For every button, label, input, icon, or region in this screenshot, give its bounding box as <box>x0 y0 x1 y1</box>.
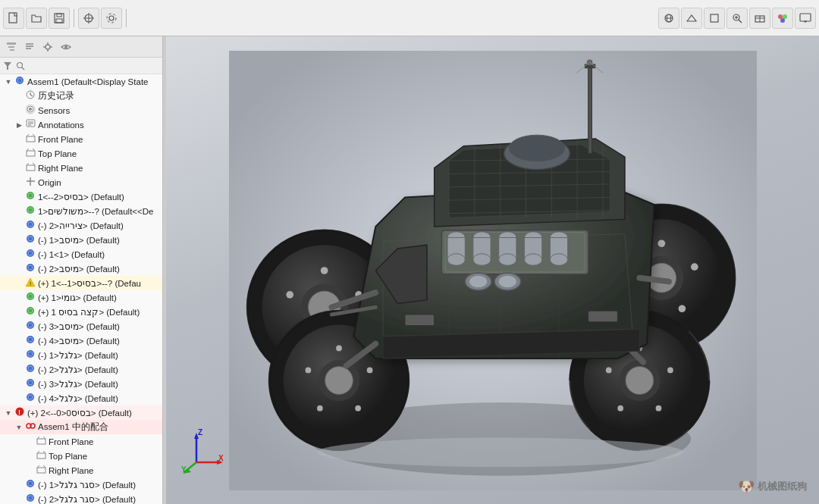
svg-point-22 <box>780 18 785 23</box>
tree-item[interactable]: (-) 4>גלגל> (Default) <box>0 391 162 405</box>
tree-item[interactable]: !(+) 1<--1>בסיס>--? (Defau <box>0 276 162 290</box>
tree-item[interactable]: (-) 2>סגר גלגל> (Default) <box>0 492 162 504</box>
tree-node-label: Top Plane <box>38 149 162 158</box>
tree-item[interactable]: Origin <box>0 175 162 189</box>
toolbar-open-btn[interactable] <box>26 8 47 29</box>
tree-node-icon <box>24 292 36 304</box>
tree-expand-icon[interactable]: ▶ <box>14 121 24 129</box>
toolbar-display-btn[interactable] <box>795 8 816 29</box>
tree-node-label: Right Plane <box>49 466 162 475</box>
tree-node-icon <box>24 263 36 275</box>
tree-node-label: (-) 4>מיסב> (Default) <box>38 336 162 346</box>
tree-filter-row <box>0 58 162 74</box>
toolbar-settings-btn[interactable] <box>101 8 122 29</box>
svg-point-134 <box>305 367 311 373</box>
tree-node-label: (-) 2>סגר גלגל> (Default) <box>38 494 162 505</box>
tree-item[interactable]: Front Plane <box>0 434 162 449</box>
tree-item[interactable]: Top Plane <box>0 449 162 463</box>
tree-expand-icon[interactable]: ▼ <box>14 424 24 431</box>
tree-node-icon <box>24 234 36 246</box>
tree-node-label: (-) 2>צירייה> (Default) <box>38 221 162 231</box>
panel-icon-properties[interactable] <box>21 39 38 55</box>
toolbar-color-btn[interactable] <box>772 8 793 29</box>
toolbar-view-btn-4[interactable] <box>749 8 770 29</box>
watermark-text: 机械图纸狗 <box>758 480 807 493</box>
svg-text:X: X <box>218 454 224 462</box>
tree-item[interactable]: (-) 1>גלגל> (Default) <box>0 348 162 362</box>
panel-icon-featuretree[interactable] <box>3 39 20 55</box>
tree-node-icon <box>24 90 36 102</box>
tree-item[interactable]: (-) 4>מיסב> (Default) <box>0 333 162 348</box>
tree-node-label: (+) 2<--0>בסיס0> (Default) <box>27 408 162 418</box>
toolbar-view-btn-3[interactable] <box>704 8 725 29</box>
toolbar-view-btn-2[interactable] <box>681 8 702 29</box>
svg-point-180 <box>524 253 541 265</box>
tree-item[interactable]: ▼Assem1 (Default<Display State <box>0 74 162 89</box>
tree-item[interactable]: (+) קצה בסיס 1> (Default) <box>0 305 162 319</box>
tree-item[interactable]: (-) 1<1> (Default) <box>0 247 162 261</box>
svg-rect-2 <box>57 14 61 17</box>
svg-point-21 <box>783 14 787 19</box>
svg-rect-53 <box>27 136 35 142</box>
toolbar-new-btn[interactable] <box>3 8 24 29</box>
tree-item[interactable]: Right Plane <box>0 463 162 477</box>
toolbar-view-btn-1[interactable] <box>658 8 679 29</box>
svg-rect-26 <box>7 42 16 45</box>
panel-icon-display[interactable] <box>58 39 74 55</box>
svg-point-32 <box>46 45 50 49</box>
tree-node-label: (+) גומי<1> (Default) <box>38 293 162 303</box>
panel-icon-config[interactable] <box>39 39 56 55</box>
toolbar-crosshair-btn[interactable] <box>78 8 99 29</box>
svg-rect-23 <box>800 14 811 21</box>
svg-line-14 <box>739 20 742 23</box>
tree-item[interactable]: (-) 1>מיסב> (Default) <box>0 233 162 247</box>
toolbar-save-btn[interactable] <box>49 8 70 29</box>
main-area: ▼Assem1 (Default<Display State 历史记录 Sens… <box>0 36 819 504</box>
tree-item[interactable]: (-) 2>מיסב> (Default) <box>0 261 162 276</box>
tree-item[interactable]: (-) 3>מיסב> (Default) <box>0 319 162 333</box>
svg-point-131 <box>366 367 372 373</box>
feature-tree[interactable]: ▼Assem1 (Default<Display State 历史记录 Sens… <box>0 74 162 504</box>
tree-node-icon <box>24 378 36 390</box>
tree-node-label: Front Plane <box>38 135 162 144</box>
tree-item[interactable]: 1<--2>בסיס> (Default) <box>0 189 162 204</box>
svg-point-192 <box>469 275 487 286</box>
tree-node-icon <box>24 105 36 117</box>
svg-rect-56 <box>27 151 35 156</box>
tree-node-label: Annotations <box>38 121 162 130</box>
tree-item[interactable]: 历史记录 <box>0 89 162 103</box>
svg-point-150 <box>655 405 661 411</box>
svg-line-45 <box>30 95 33 96</box>
tree-item[interactable]: (+) גומי<1> (Default) <box>0 290 162 305</box>
svg-rect-201 <box>588 311 617 322</box>
tree-item[interactable]: 1>משולשים>--? (Default<<De <box>0 204 162 218</box>
tree-node-label: 1<--2>בסיס> (Default) <box>38 192 162 202</box>
tree-node-label: Assem1 中的配合 <box>38 421 162 433</box>
tree-node-label: 历史记录 <box>38 90 162 102</box>
tree-node-label: (-) 2>גלגל> (Default) <box>38 365 162 375</box>
tree-item[interactable]: (-) 3>גלגל> (Default) <box>0 377 162 391</box>
tree-node-label: (-) 2>מיסב> (Default) <box>38 264 162 274</box>
tree-node-icon <box>24 321 36 333</box>
tree-item[interactable]: (-) 2>גלגל> (Default) <box>0 362 162 377</box>
svg-rect-59 <box>27 165 35 171</box>
tree-item[interactable]: ▼Assem1 中的配合 <box>0 420 162 434</box>
svg-point-190 <box>509 135 564 161</box>
tree-item[interactable]: ▶Annotations <box>0 117 162 132</box>
tree-item[interactable]: Sensors <box>0 103 162 117</box>
tree-item[interactable]: ▼!(+) 2<--0>בסיס0> (Default) <box>0 405 162 420</box>
tree-expand-icon[interactable]: ▼ <box>3 409 14 417</box>
tree-item[interactable]: Front Plane <box>0 132 162 146</box>
tree-item[interactable]: Right Plane <box>0 161 162 175</box>
toolbar-zoom-btn[interactable] <box>726 8 748 29</box>
3d-viewport[interactable]: Z X Y 🐶 机械图纸狗 <box>166 36 819 504</box>
svg-rect-200 <box>405 315 435 326</box>
tree-node-icon <box>24 335 36 347</box>
tree-item[interactable]: (-) 2>צירייה> (Default) <box>0 218 162 233</box>
svg-point-130 <box>336 345 342 351</box>
tree-expand-icon[interactable]: ▼ <box>3 78 14 86</box>
tree-item[interactable]: Top Plane <box>0 146 162 161</box>
tree-node-icon <box>24 220 36 232</box>
tree-item[interactable]: (-) 1>סגר גלגל> (Default) <box>0 477 162 492</box>
svg-point-125 <box>286 291 293 299</box>
